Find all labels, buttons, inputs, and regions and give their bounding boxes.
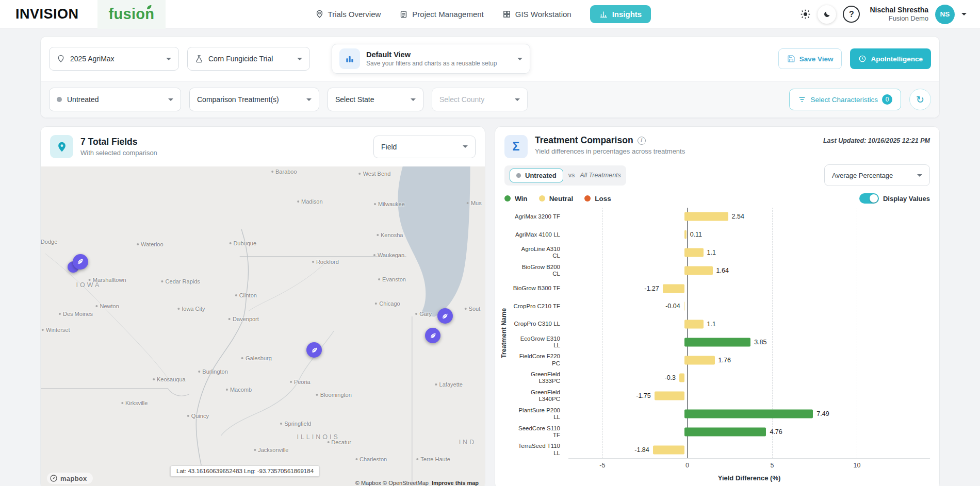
treatment-value: Untreated xyxy=(67,95,99,104)
state-dropdown[interactable]: Select State xyxy=(328,88,423,111)
value-bar[interactable] xyxy=(655,392,684,400)
value-bar[interactable] xyxy=(653,445,684,454)
grid-icon xyxy=(502,10,511,19)
metric-dropdown[interactable]: Average Percentage xyxy=(824,164,930,186)
fusion-logo[interactable]: fusion xyxy=(97,0,166,29)
field-marker[interactable] xyxy=(425,328,440,343)
bar-area: 4.76 xyxy=(564,423,930,441)
treatment-dropdown[interactable]: Untreated xyxy=(49,88,181,111)
map-city-label: Cedar Rapids xyxy=(161,278,200,284)
state-placeholder: Select State xyxy=(335,95,374,104)
chart-row: FieldCore F220 PC1.76 xyxy=(513,351,930,369)
display-values-toggle[interactable] xyxy=(859,193,879,204)
map-city-label: Bloomington xyxy=(316,392,352,398)
page: INVISION fusion Trials Overview Project … xyxy=(0,0,980,486)
nav-label: GIS Workstation xyxy=(515,10,571,19)
field-dropdown-value: Field xyxy=(381,143,397,151)
invision-logo[interactable]: INVISION xyxy=(15,6,79,22)
chart-row: SeedCore S110 TF4.76 xyxy=(513,423,930,441)
refresh-button[interactable]: ↻ xyxy=(909,89,931,110)
field-dropdown[interactable]: Field xyxy=(373,136,476,158)
attribution-text: © Mapbox © OpenStreetMap xyxy=(355,480,429,486)
chevron-down-icon xyxy=(411,98,416,101)
user-menu-chevron-icon[interactable] xyxy=(961,13,967,15)
chevron-down-icon xyxy=(168,98,173,101)
map-city-label: Gary xyxy=(415,311,432,317)
info-icon[interactable]: i xyxy=(638,137,646,145)
light-theme-toggle[interactable] xyxy=(800,9,811,20)
mapbox-logo[interactable]: mapbox xyxy=(47,473,93,484)
city-dot-icon xyxy=(42,329,44,331)
mapbox-icon xyxy=(50,474,58,482)
save-view-button[interactable]: Save View xyxy=(778,48,842,69)
chart-row: CropPro C210 TF-0.04 xyxy=(513,297,930,315)
display-values-control: Display Values xyxy=(859,193,930,204)
vs-value: All Treatments xyxy=(580,172,621,179)
city-dot-icon xyxy=(241,357,243,359)
nav-project-management[interactable]: Project Management xyxy=(399,10,483,19)
value-bar[interactable] xyxy=(684,338,750,346)
trial-dropdown[interactable]: Corn Fungicide Trial xyxy=(187,47,310,71)
value-bar[interactable] xyxy=(663,284,684,293)
program-dropdown[interactable]: 2025 AgriMax xyxy=(49,47,179,71)
nav-trials-overview[interactable]: Trials Overview xyxy=(315,10,381,19)
value-bar[interactable] xyxy=(684,266,713,275)
user-name: Nischal Shrestha xyxy=(870,5,928,14)
value-bar[interactable] xyxy=(679,374,684,382)
filter-funnel-icon xyxy=(798,95,806,104)
value-bar[interactable] xyxy=(684,248,704,257)
map[interactable]: BarabooWest BendMadisonMilwaukeeMusKenos… xyxy=(41,166,485,486)
avatar[interactable]: NS xyxy=(935,5,955,24)
value-bar[interactable] xyxy=(684,230,687,239)
comparison-dropdown[interactable]: Comparison Treatment(s) xyxy=(189,88,319,111)
save-view-label: Save View xyxy=(799,55,834,63)
legend-win: Win xyxy=(504,195,528,203)
map-city-label: Springfield xyxy=(280,421,311,427)
display-values-label: Display Values xyxy=(883,195,930,203)
view-subtitle: Save your filters and charts as a reusab… xyxy=(366,60,497,67)
default-view-selector[interactable]: Default View Save your filters and chart… xyxy=(332,44,530,74)
field-marker[interactable] xyxy=(437,308,453,324)
bar-area: 1.1 xyxy=(564,315,930,333)
bar-area: -1.75 xyxy=(564,387,930,405)
filter-row-primary: 2025 AgriMax Corn Fungicide Trial Defaul… xyxy=(41,37,939,81)
city-dot-icon xyxy=(153,378,155,380)
value-bar[interactable] xyxy=(684,212,728,221)
main-content: 2025 AgriMax Corn Fungicide Trial Defaul… xyxy=(0,29,980,486)
bar-value-label: -0.04 xyxy=(665,303,680,310)
comparison-chip-group: Untreated vs All Treatments xyxy=(504,165,626,186)
treatment-label: AgriMax 4100 LL xyxy=(513,231,564,238)
value-bar[interactable] xyxy=(684,302,684,311)
field-marker[interactable] xyxy=(306,342,322,358)
lake-michigan-shape xyxy=(398,166,470,317)
city-dot-icon xyxy=(465,308,467,310)
untreated-chip[interactable]: Untreated xyxy=(510,169,563,182)
chart-subtitle: Yield differences in percentages across … xyxy=(535,147,685,155)
improve-map-link[interactable]: Improve this map xyxy=(432,480,479,486)
value-bar[interactable] xyxy=(684,320,704,329)
apointelligence-button[interactable]: ApoIntelligence xyxy=(850,48,931,69)
chart-row: TerraSeed T110 LL-1.84 xyxy=(513,441,930,459)
flask-icon xyxy=(195,55,203,63)
nav-insights[interactable]: Insights xyxy=(590,5,651,23)
value-bar[interactable] xyxy=(684,356,715,364)
leaf-icon xyxy=(76,258,84,265)
select-characteristics-button[interactable]: Select Characteristics 0 xyxy=(789,89,901,110)
city-dot-icon xyxy=(316,394,318,396)
bar-value-label: 1.76 xyxy=(718,357,731,364)
value-bar[interactable] xyxy=(684,427,766,436)
bar-chart-icon xyxy=(599,10,608,19)
value-bar[interactable] xyxy=(684,409,813,418)
city-dot-icon xyxy=(89,279,91,281)
help-button[interactable]: ? xyxy=(843,6,860,23)
dark-theme-toggle[interactable] xyxy=(818,5,836,24)
leaf-icon xyxy=(429,332,437,340)
city-dot-icon xyxy=(435,383,437,386)
field-marker[interactable] xyxy=(73,254,88,270)
city-dot-icon xyxy=(378,278,380,280)
leaf-icon xyxy=(146,4,152,10)
nav-gis-workstation[interactable]: GIS Workstation xyxy=(502,10,571,19)
map-coordinates: Lat: 43.16160639652483 Lng: -93.73570561… xyxy=(170,465,320,477)
county-dropdown[interactable]: Select County xyxy=(432,88,528,111)
chart-row: GreenField L333PC-0.3 xyxy=(513,369,930,387)
